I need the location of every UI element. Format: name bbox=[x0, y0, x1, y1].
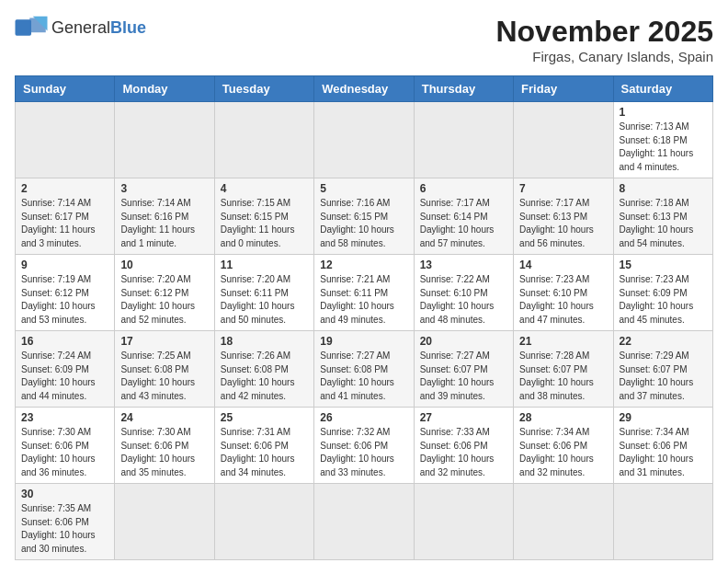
calendar-cell: 26Sunrise: 7:32 AM Sunset: 6:06 PM Dayli… bbox=[314, 408, 414, 484]
day-number: 29 bbox=[620, 411, 707, 424]
day-info: Sunrise: 7:27 AM Sunset: 6:07 PM Dayligh… bbox=[420, 350, 507, 403]
weekday-header-wednesday: Wednesday bbox=[314, 76, 414, 102]
day-number: 1 bbox=[620, 106, 707, 119]
calendar-cell bbox=[314, 102, 414, 178]
calendar-cell: 18Sunrise: 7:26 AM Sunset: 6:08 PM Dayli… bbox=[214, 331, 313, 408]
day-info: Sunrise: 7:17 AM Sunset: 6:14 PM Dayligh… bbox=[420, 197, 507, 250]
day-info: Sunrise: 7:23 AM Sunset: 6:10 PM Dayligh… bbox=[519, 273, 607, 327]
day-info: Sunrise: 7:17 AM Sunset: 6:13 PM Dayligh… bbox=[519, 197, 607, 250]
calendar-cell: 28Sunrise: 7:34 AM Sunset: 6:06 PM Dayli… bbox=[514, 408, 613, 484]
day-number: 15 bbox=[620, 259, 707, 271]
calendar-cell: 11Sunrise: 7:20 AM Sunset: 6:11 PM Dayli… bbox=[214, 255, 313, 331]
calendar-cell bbox=[214, 484, 313, 560]
day-info: Sunrise: 7:30 AM Sunset: 6:06 PM Dayligh… bbox=[21, 426, 108, 479]
day-number: 16 bbox=[21, 335, 108, 348]
day-info: Sunrise: 7:35 AM Sunset: 6:06 PM Dayligh… bbox=[21, 502, 108, 556]
day-number: 6 bbox=[420, 182, 507, 195]
calendar-cell bbox=[414, 484, 513, 560]
calendar-cell bbox=[613, 484, 712, 560]
calendar-cell bbox=[514, 484, 613, 560]
calendar-cell: 22Sunrise: 7:29 AM Sunset: 6:07 PM Dayli… bbox=[613, 331, 712, 408]
day-number: 3 bbox=[120, 182, 208, 195]
day-info: Sunrise: 7:21 AM Sunset: 6:11 PM Dayligh… bbox=[320, 273, 407, 327]
calendar-cell: 27Sunrise: 7:33 AM Sunset: 6:06 PM Dayli… bbox=[414, 408, 513, 484]
day-info: Sunrise: 7:16 AM Sunset: 6:15 PM Dayligh… bbox=[320, 197, 407, 250]
weekday-header-row: SundayMondayTuesdayWednesdayThursdayFrid… bbox=[16, 76, 713, 102]
calendar-cell bbox=[214, 102, 313, 178]
calendar-cell: 10Sunrise: 7:20 AM Sunset: 6:12 PM Dayli… bbox=[115, 255, 214, 331]
day-number: 2 bbox=[21, 182, 108, 195]
calendar-cell: 23Sunrise: 7:30 AM Sunset: 6:06 PM Dayli… bbox=[16, 408, 115, 484]
location: Firgas, Canary Islands, Spain bbox=[495, 49, 713, 64]
calendar-cell: 15Sunrise: 7:23 AM Sunset: 6:09 PM Dayli… bbox=[613, 255, 712, 331]
day-number: 27 bbox=[420, 411, 507, 424]
day-info: Sunrise: 7:20 AM Sunset: 6:11 PM Dayligh… bbox=[221, 273, 308, 327]
day-info: Sunrise: 7:15 AM Sunset: 6:15 PM Dayligh… bbox=[221, 197, 308, 250]
calendar-cell: 30Sunrise: 7:35 AM Sunset: 6:06 PM Dayli… bbox=[16, 484, 115, 560]
calendar-cell: 20Sunrise: 7:27 AM Sunset: 6:07 PM Dayli… bbox=[414, 331, 513, 408]
calendar-cell: 24Sunrise: 7:30 AM Sunset: 6:06 PM Dayli… bbox=[115, 408, 214, 484]
day-info: Sunrise: 7:34 AM Sunset: 6:06 PM Dayligh… bbox=[519, 426, 607, 479]
weekday-header-monday: Monday bbox=[115, 76, 214, 102]
logo-text: GeneralBlue bbox=[51, 18, 146, 38]
day-number: 22 bbox=[620, 335, 707, 348]
calendar: SundayMondayTuesdayWednesdayThursdayFrid… bbox=[15, 75, 713, 560]
title-area: November 2025 Firgas, Canary Islands, Sp… bbox=[495, 15, 713, 64]
week-row-5: 23Sunrise: 7:30 AM Sunset: 6:06 PM Dayli… bbox=[16, 408, 713, 484]
day-info: Sunrise: 7:34 AM Sunset: 6:06 PM Dayligh… bbox=[620, 426, 707, 479]
month-title: November 2025 bbox=[495, 15, 713, 49]
weekday-header-thursday: Thursday bbox=[414, 76, 513, 102]
day-number: 25 bbox=[221, 411, 308, 424]
calendar-cell: 5Sunrise: 7:16 AM Sunset: 6:15 PM Daylig… bbox=[314, 178, 414, 255]
day-info: Sunrise: 7:31 AM Sunset: 6:06 PM Dayligh… bbox=[221, 426, 308, 479]
day-info: Sunrise: 7:20 AM Sunset: 6:12 PM Dayligh… bbox=[120, 273, 208, 327]
week-row-4: 16Sunrise: 7:24 AM Sunset: 6:09 PM Dayli… bbox=[16, 331, 713, 408]
calendar-cell bbox=[115, 484, 214, 560]
day-info: Sunrise: 7:23 AM Sunset: 6:09 PM Dayligh… bbox=[620, 273, 707, 327]
logo: GeneralBlue bbox=[15, 15, 146, 40]
day-info: Sunrise: 7:22 AM Sunset: 6:10 PM Dayligh… bbox=[420, 273, 507, 327]
calendar-cell: 13Sunrise: 7:22 AM Sunset: 6:10 PM Dayli… bbox=[414, 255, 513, 331]
weekday-header-tuesday: Tuesday bbox=[214, 76, 313, 102]
day-number: 4 bbox=[221, 182, 308, 195]
calendar-cell: 9Sunrise: 7:19 AM Sunset: 6:12 PM Daylig… bbox=[16, 255, 115, 331]
day-number: 20 bbox=[420, 335, 507, 348]
logo-icon bbox=[15, 15, 48, 40]
day-number: 24 bbox=[120, 411, 208, 424]
day-number: 12 bbox=[320, 259, 407, 271]
weekday-header-friday: Friday bbox=[514, 76, 613, 102]
calendar-cell: 6Sunrise: 7:17 AM Sunset: 6:14 PM Daylig… bbox=[414, 178, 513, 255]
calendar-cell bbox=[414, 102, 513, 178]
day-info: Sunrise: 7:14 AM Sunset: 6:17 PM Dayligh… bbox=[21, 197, 108, 250]
week-row-2: 2Sunrise: 7:14 AM Sunset: 6:17 PM Daylig… bbox=[16, 178, 713, 255]
calendar-cell: 29Sunrise: 7:34 AM Sunset: 6:06 PM Dayli… bbox=[613, 408, 712, 484]
day-info: Sunrise: 7:26 AM Sunset: 6:08 PM Dayligh… bbox=[221, 350, 308, 403]
calendar-cell: 17Sunrise: 7:25 AM Sunset: 6:08 PM Dayli… bbox=[115, 331, 214, 408]
day-info: Sunrise: 7:18 AM Sunset: 6:13 PM Dayligh… bbox=[620, 197, 707, 250]
day-number: 9 bbox=[21, 259, 108, 271]
calendar-cell: 4Sunrise: 7:15 AM Sunset: 6:15 PM Daylig… bbox=[214, 178, 313, 255]
calendar-cell bbox=[514, 102, 613, 178]
day-info: Sunrise: 7:29 AM Sunset: 6:07 PM Dayligh… bbox=[620, 350, 707, 403]
day-info: Sunrise: 7:14 AM Sunset: 6:16 PM Dayligh… bbox=[120, 197, 208, 250]
day-info: Sunrise: 7:32 AM Sunset: 6:06 PM Dayligh… bbox=[320, 426, 407, 479]
calendar-cell: 1Sunrise: 7:13 AM Sunset: 6:18 PM Daylig… bbox=[613, 102, 712, 178]
calendar-cell: 19Sunrise: 7:27 AM Sunset: 6:08 PM Dayli… bbox=[314, 331, 414, 408]
calendar-cell bbox=[314, 484, 414, 560]
day-info: Sunrise: 7:27 AM Sunset: 6:08 PM Dayligh… bbox=[320, 350, 407, 403]
day-number: 28 bbox=[519, 411, 607, 424]
day-number: 21 bbox=[519, 335, 607, 348]
day-number: 14 bbox=[519, 259, 607, 271]
day-info: Sunrise: 7:24 AM Sunset: 6:09 PM Dayligh… bbox=[21, 350, 108, 403]
day-number: 7 bbox=[519, 182, 607, 195]
header: GeneralBlue November 2025 Firgas, Canary… bbox=[15, 15, 713, 64]
day-number: 23 bbox=[21, 411, 108, 424]
calendar-cell: 2Sunrise: 7:14 AM Sunset: 6:17 PM Daylig… bbox=[16, 178, 115, 255]
svg-rect-0 bbox=[16, 19, 32, 36]
calendar-cell: 16Sunrise: 7:24 AM Sunset: 6:09 PM Dayli… bbox=[16, 331, 115, 408]
calendar-cell: 25Sunrise: 7:31 AM Sunset: 6:06 PM Dayli… bbox=[214, 408, 313, 484]
day-number: 10 bbox=[120, 259, 208, 271]
day-number: 18 bbox=[221, 335, 308, 348]
calendar-cell bbox=[115, 102, 214, 178]
calendar-cell: 14Sunrise: 7:23 AM Sunset: 6:10 PM Dayli… bbox=[514, 255, 613, 331]
